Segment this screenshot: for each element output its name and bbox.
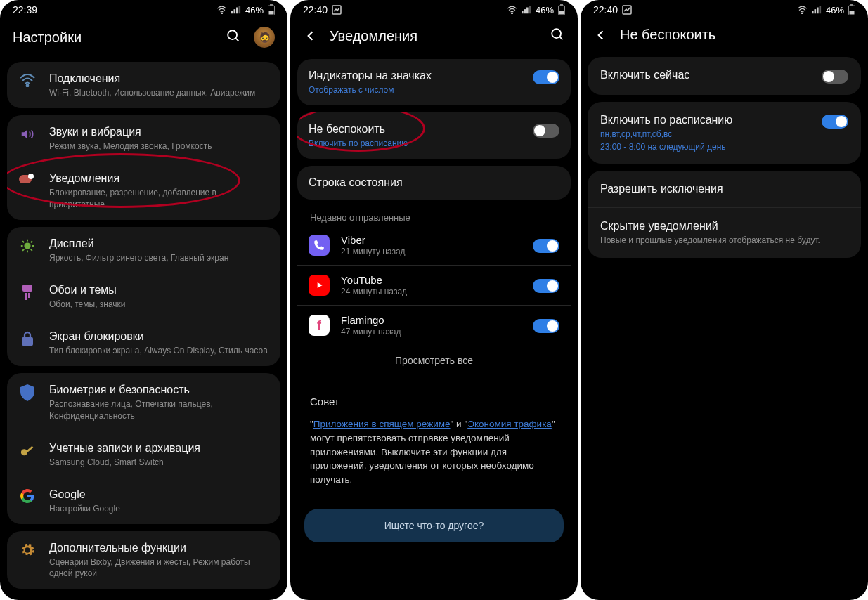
battery-icon	[268, 4, 275, 15]
phone-settings: 22:39 46% Настройки 🧔 ПодключенияWi-Fi, …	[0, 0, 287, 600]
title-bar: Настройки 🧔	[0, 17, 287, 62]
row-biometrics[interactable]: Биометрия и безопасностьРаспознавание ли…	[7, 373, 280, 431]
back-button[interactable]	[303, 28, 318, 44]
gear-icon	[18, 542, 37, 558]
app-row-flamingo[interactable]: f Flamingo47 минут назад	[297, 306, 571, 345]
toggle-dnd[interactable]	[533, 124, 559, 138]
lock-icon	[18, 331, 37, 346]
row-do-not-disturb[interactable]: Не беспокоитьВключить по расписанию	[297, 112, 571, 159]
status-battery: 46%	[826, 5, 844, 15]
row-schedule[interactable]: Включить по расписанию пн,вт,ср,чт,пт,сб…	[588, 102, 861, 164]
row-title: Экран блокировки	[49, 330, 269, 344]
row-badge-indicators[interactable]: Индикаторы на значкахОтображать с числом	[297, 59, 571, 105]
battery-icon	[848, 4, 855, 15]
tip-title: Совет	[310, 396, 558, 407]
row-google[interactable]: GoogleНастройки Google	[7, 478, 280, 524]
svg-rect-36	[559, 11, 564, 15]
row-title: Дисплей	[49, 237, 269, 251]
svg-rect-31	[524, 9, 526, 13]
row-title: Разрешить исключения	[600, 182, 848, 196]
shield-icon	[18, 384, 37, 401]
status-battery: 46%	[536, 5, 554, 15]
svg-rect-22	[22, 285, 32, 292]
svg-point-10	[27, 85, 29, 87]
svg-line-9	[235, 38, 238, 41]
status-time: 22:40	[303, 4, 328, 15]
row-sub: Тип блокировки экрана, Always On Display…	[49, 345, 269, 356]
toggle-app[interactable]	[533, 319, 559, 333]
row-exceptions[interactable]: Разрешить исключения	[588, 171, 861, 207]
app-title: Viber	[341, 234, 522, 246]
avatar[interactable]: 🧔	[254, 27, 275, 48]
app-title: Flamingo	[341, 314, 522, 326]
wallpaper-icon	[18, 285, 37, 300]
tip-body: "Приложения в спящем режиме" и "Экономия…	[310, 417, 558, 486]
wifi-icon	[797, 6, 808, 14]
toggle-app[interactable]	[533, 279, 559, 293]
svg-rect-1	[231, 11, 233, 14]
screenshot-icon	[622, 5, 632, 15]
row-sub: Режим звука, Мелодия звонка, Громкость	[49, 141, 269, 152]
phone-dnd: 22:40 46% Не беспокоить Включить сейчас	[581, 0, 868, 600]
screenshot-icon	[332, 5, 342, 15]
svg-point-26	[21, 449, 27, 455]
svg-point-29	[512, 13, 513, 14]
row-title: Скрытие уведомлений	[600, 219, 848, 233]
toggle-enable-now[interactable]	[822, 70, 848, 84]
row-title: Индикаторы на значках	[309, 69, 520, 83]
status-bar: 22:40 46%	[290, 0, 578, 17]
row-wallpaper[interactable]: Обои и темыОбои, темы, значки	[7, 273, 280, 320]
notif-icon	[18, 173, 37, 185]
row-sub: Включить по расписанию	[309, 138, 520, 149]
toggle-schedule[interactable]	[822, 115, 848, 129]
row-sub: пн,вт,ср,чт,пт,сб,вс	[600, 129, 809, 140]
search-icon[interactable]	[226, 28, 241, 46]
row-sub: 23:00 - 8:00 на следующий день	[600, 141, 809, 152]
row-title: Строка состояния	[309, 176, 559, 190]
view-all-button[interactable]: Просмотреть все	[297, 345, 571, 379]
app-row-viber[interactable]: Viber21 минуту назад	[297, 226, 571, 265]
row-display[interactable]: ДисплейЯркость, Фильтр синего света, Гла…	[7, 227, 280, 273]
row-notifications[interactable]: УведомленияБлокирование, разрешение, доб…	[7, 162, 280, 219]
svg-rect-2	[233, 9, 235, 13]
search-prompt[interactable]: Ищете что-то другое?	[304, 509, 564, 542]
title-bar: Уведомления	[290, 17, 578, 59]
status-time: 22:39	[13, 4, 37, 15]
svg-rect-45	[819, 6, 821, 14]
row-title: Подключения	[49, 72, 269, 86]
row-sounds[interactable]: Звуки и вибрацияРежим звука, Мелодия зво…	[7, 115, 280, 162]
toggle-app[interactable]	[533, 239, 559, 253]
app-row-youtube[interactable]: YouTube24 минуты назад	[297, 266, 571, 305]
row-status-bar-settings[interactable]: Строка состояния	[297, 166, 571, 200]
row-title: Биометрия и безопасность	[49, 383, 269, 397]
row-hide-notifications[interactable]: Скрытие уведомленийНовые и прошлые уведо…	[588, 208, 861, 257]
row-accounts[interactable]: Учетные записи и архивацияSamsung Cloud,…	[7, 431, 280, 478]
svg-rect-44	[817, 8, 819, 14]
tip-link-data-saver[interactable]: Экономия трафика	[467, 419, 552, 429]
flamingo-icon: f	[309, 315, 330, 336]
row-enable-now[interactable]: Включить сейчас	[588, 57, 861, 95]
back-button[interactable]	[593, 27, 609, 43]
youtube-icon	[309, 275, 330, 296]
row-title: Дополнительные функции	[49, 541, 269, 555]
row-connections[interactable]: ПодключенияWi-Fi, Bluetooth, Использован…	[7, 62, 280, 108]
toggle-badge[interactable]	[533, 70, 559, 84]
svg-point-13	[25, 243, 30, 248]
svg-rect-30	[522, 11, 524, 14]
svg-rect-48	[850, 11, 855, 15]
sound-icon	[18, 126, 37, 142]
svg-point-12	[28, 174, 34, 179]
search-icon[interactable]	[550, 27, 565, 45]
row-lockscreen[interactable]: Экран блокировкиТип блокировки экрана, A…	[7, 320, 280, 366]
svg-rect-43	[814, 9, 816, 13]
row-title: Уведомления	[49, 171, 269, 185]
page-title: Настройки	[13, 30, 82, 46]
row-title: Включить сейчас	[600, 68, 809, 82]
row-sub: Сценарии Bixby, Движения и жесты, Режим …	[49, 556, 269, 579]
tip-link-sleeping-apps[interactable]: Приложения в спящем режиме	[313, 419, 451, 429]
row-advanced[interactable]: Дополнительные функцииСценарии Bixby, Дв…	[7, 531, 280, 589]
svg-point-0	[221, 13, 223, 14]
svg-line-21	[31, 241, 32, 242]
svg-rect-7	[269, 11, 274, 15]
signal-icon	[231, 6, 241, 14]
